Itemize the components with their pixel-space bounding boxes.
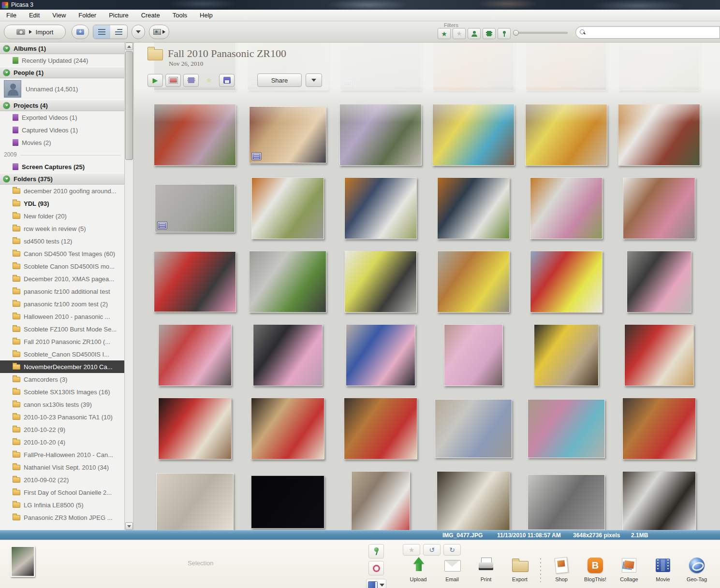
photo-thumbnail[interactable] [351, 471, 410, 530]
sidebar-folder-item[interactable]: december 2010 goofing around... [0, 185, 124, 197]
photo-thumbnail[interactable] [528, 474, 605, 530]
sidebar-folder-item[interactable]: Scoblete Canon SD4500IS mo... [0, 260, 124, 272]
folders-section-header[interactable]: Folders (375) [0, 173, 124, 185]
sidebar-folder-item[interactable]: rcw week in review (5) [0, 222, 124, 235]
photo-thumbnail[interactable] [528, 399, 605, 458]
photo-thumbnail[interactable] [530, 177, 602, 239]
photo-thumbnail[interactable] [251, 398, 324, 459]
menu-folder[interactable]: Folder [72, 10, 103, 20]
view-options-dropdown[interactable] [132, 25, 145, 39]
filter-faces-button[interactable] [468, 28, 481, 39]
sidebar-folder-item[interactable]: December 2010, XMAS pagea... [0, 272, 124, 285]
sidebar-folder-item[interactable]: First Day of School Danielle 2... [0, 486, 124, 499]
sidebar-folder-item[interactable]: 2010-10-20 (4) [0, 436, 124, 448]
photo-thumbnail[interactable] [344, 177, 417, 239]
scroll-down-button[interactable] [125, 522, 133, 530]
flat-view-toggle[interactable] [93, 25, 110, 39]
photo-thumbnail[interactable] [154, 251, 236, 312]
sidebar-folder-item[interactable]: Scoblete_Canon SD4500IS I... [0, 348, 124, 360]
hold-selection-button[interactable] [368, 544, 384, 559]
create-collage-button[interactable] [165, 74, 181, 87]
photo-thumbnail[interactable] [344, 398, 417, 459]
upload-button[interactable]: Upload [403, 556, 434, 586]
photo-thumbnail[interactable] [435, 399, 512, 458]
tree-view-toggle[interactable] [110, 25, 127, 39]
menu-picture[interactable]: Picture [103, 10, 134, 20]
shop-button[interactable]: Shop [546, 556, 577, 586]
export-button[interactable]: Export [504, 556, 535, 586]
share-button[interactable]: Share [257, 73, 302, 87]
sidebar-folder-item[interactable]: panasonic fz100 additional test [0, 285, 124, 298]
disclosure-arrow-icon[interactable] [3, 45, 10, 52]
photo-thumbnail[interactable] [530, 251, 602, 313]
people-section-header[interactable]: People (1) [0, 67, 124, 78]
photo-thumbnail[interactable] [158, 324, 232, 386]
slideshow-button[interactable]: ▶ [147, 74, 163, 87]
photo-thumbnail[interactable] [251, 475, 324, 529]
sidebar-item-unnamed[interactable]: Unnamed (14,501) [0, 78, 124, 100]
photo-thumbnail[interactable] [623, 177, 695, 239]
movie-button[interactable]: Movie [647, 556, 678, 586]
photo-thumbnail[interactable] [444, 324, 503, 386]
sidebar-folder-item[interactable]: Fall 2010 Panasonic ZR100 (... [0, 335, 124, 348]
sidebar-folder-item[interactable]: YDL (93) [0, 197, 124, 210]
rotate-cw-button[interactable]: ↻ [443, 544, 461, 556]
photo-thumbnail[interactable] [534, 324, 599, 386]
disclosure-arrow-icon[interactable] [3, 102, 10, 109]
import-button[interactable]: Import [4, 25, 66, 39]
star-button[interactable]: ★ [403, 544, 420, 556]
sidebar-folder-item[interactable]: FallPre-Halloween 2010 - Can... [0, 448, 124, 461]
photo-thumbnail[interactable] [437, 471, 510, 530]
share-dropdown-button[interactable] [306, 73, 322, 87]
menu-edit[interactable]: Edit [23, 10, 46, 20]
sidebar-folder-item[interactable]: Scoblete SX130IS Images (16) [0, 386, 124, 398]
photo-thumbnail[interactable] [156, 473, 234, 530]
sidebar-item[interactable]: Captured Videos (1) [0, 124, 124, 136]
sidebar-folder-item[interactable]: LG Infinia LE8500 (5) [0, 499, 124, 511]
email-button[interactable]: Email [437, 556, 468, 586]
sidebar-folder-item[interactable]: sd4500 tests (12) [0, 235, 124, 247]
menu-view[interactable]: View [46, 10, 72, 20]
photo-thumbnail[interactable] [622, 471, 696, 530]
sidebar-folder-item[interactable]: Canon SD4500 Test Images (60) [0, 247, 124, 260]
menu-tools[interactable]: Tools [166, 10, 193, 20]
clear-selection-button[interactable] [368, 561, 384, 575]
geotag-button[interactable]: Geo-Tag [681, 556, 712, 586]
collage-button[interactable]: Collage [614, 556, 645, 586]
sidebar-folder-item[interactable]: Panasonic ZR3 Motion JPEG ... [0, 511, 124, 524]
sidebar-item[interactable]: Exported Videos (1) [0, 111, 124, 124]
photo-thumbnail[interactable] [437, 251, 510, 313]
save-button[interactable] [219, 74, 235, 87]
blogthis-button[interactable]: BlogThis! [580, 556, 611, 586]
sidebar-folder-item[interactable]: Halloween 2010 - panasonic ... [0, 310, 124, 323]
photo-thumbnail[interactable] [344, 251, 417, 313]
sidebar-folder-item[interactable]: 2010-09-02 (22) [0, 473, 124, 486]
sidebar-folder-item[interactable]: Scoblete FZ100 Burst Mode Se... [0, 323, 124, 335]
rotate-ccw-button[interactable]: ↺ [423, 544, 441, 556]
projects-section-header[interactable]: Projects (4) [0, 100, 124, 111]
photo-thumbnail[interactable] [155, 184, 235, 232]
sidebar-folder-item[interactable]: canon sx130is tests (39) [0, 398, 124, 411]
photo-thumbnail[interactable] [437, 177, 510, 239]
sidebar-scrollbar[interactable] [125, 43, 133, 530]
sidebar-folder-item[interactable]: Nathaniel Visit Sept. 2010 (34) [0, 461, 124, 473]
menu-help[interactable]: Help [193, 10, 219, 20]
sidebar-item[interactable]: Recently Updated (244) [0, 54, 124, 67]
people-view-button[interactable] [149, 25, 169, 39]
date-range-slider[interactable] [514, 32, 568, 34]
disclosure-arrow-icon[interactable] [3, 69, 10, 76]
photo-thumbnail[interactable] [346, 324, 415, 386]
photo-thumbnail[interactable] [627, 251, 691, 313]
print-button[interactable]: Print [470, 556, 501, 586]
add-album-button[interactable]: + [72, 25, 89, 39]
photo-thumbnail[interactable] [622, 398, 696, 459]
create-movie-button[interactable] [183, 74, 199, 87]
sidebar-folder-item[interactable]: panasonic fz100 zoom test (2) [0, 298, 124, 310]
filter-geotagged-button[interactable] [498, 28, 511, 39]
filter-starred-button[interactable]: ★ [438, 28, 451, 39]
filter-movies-button[interactable] [483, 28, 496, 39]
filter-uploaded-button[interactable]: ★ [453, 28, 466, 39]
sidebar-item[interactable]: Movies (2) [0, 136, 124, 149]
photo-thumbnail[interactable] [249, 251, 326, 313]
photo-thumbnail[interactable] [253, 324, 323, 386]
